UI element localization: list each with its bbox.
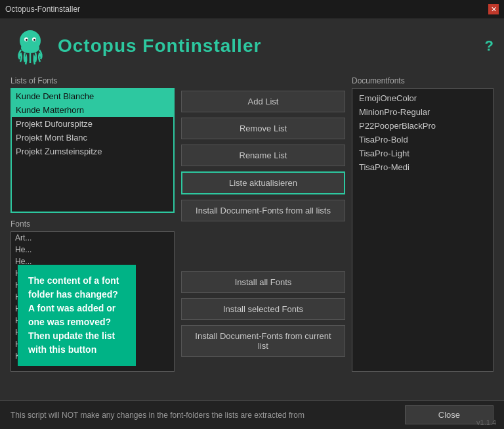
doc-fonts-box[interactable]: EmojiOneColorMinionPro-RegularP22PooperB…: [352, 88, 494, 372]
doc-font-item[interactable]: EmojiOneColor: [352, 91, 493, 105]
rename-list-button[interactable]: Rename List: [181, 145, 345, 166]
liste-aktualisieren-button[interactable]: Liste aktualisieren: [181, 171, 345, 194]
tooltip: The content of a font folder has changed…: [18, 265, 136, 366]
footer-text: This script will NOT make any changes in…: [10, 411, 304, 420]
help-button[interactable]: ?: [485, 37, 494, 55]
list-item[interactable]: Kunde Dent Blanche: [12, 89, 173, 103]
middle-column: Add List Remove List Rename List Liste a…: [181, 76, 345, 372]
list-item[interactable]: Projekt Mont Blanc: [12, 131, 173, 145]
app-title: Octopus Fontinstaller: [58, 35, 261, 56]
list-item[interactable]: Projekt Dufourspitze: [12, 117, 173, 131]
doc-font-item[interactable]: TisaPro-Bold: [352, 133, 493, 147]
lists-box[interactable]: Kunde Dent BlancheKunde MatterhornProjek…: [10, 88, 175, 213]
spacer: [181, 227, 345, 266]
columns-layout: Lists of Fonts Kunde Dent BlancheKunde M…: [10, 76, 494, 372]
right-column: Documentfonts EmojiOneColorMinionPro-Reg…: [352, 76, 494, 372]
titlebar-title: Octopus-Fontinstaller: [5, 5, 80, 14]
tooltip-text: The content of a font folder has changed…: [28, 275, 119, 355]
doc-font-item[interactable]: TisaPro-Light: [352, 147, 493, 160]
svg-point-5: [33, 39, 35, 41]
doc-font-item[interactable]: TisaPro-Medi: [352, 160, 493, 174]
header: Octopus Fontinstaller ?: [10, 26, 494, 66]
install-all-button[interactable]: Install all Fonts: [181, 271, 345, 293]
fonts-box[interactable]: The content of a font folder has changed…: [10, 231, 175, 372]
octopus-icon: [10, 26, 50, 66]
list-item[interactable]: Kunde Matterhorn: [12, 103, 173, 117]
left-column: Lists of Fonts Kunde Dent BlancheKunde M…: [10, 76, 175, 372]
remove-list-button[interactable]: Remove List: [181, 118, 345, 139]
doc-font-item[interactable]: MinionPro-Regular: [352, 105, 493, 119]
fonts-label: Fonts: [10, 219, 175, 229]
version-label: v1.1.4: [476, 418, 496, 426]
main-content: Octopus Fontinstaller ? Lists of Fonts K…: [0, 18, 504, 400]
titlebar: Octopus-Fontinstaller ✕: [0, 0, 504, 18]
svg-point-4: [26, 39, 28, 41]
svg-point-1: [21, 43, 39, 53]
footer: This script will NOT make any changes in…: [0, 400, 504, 429]
install-selected-button[interactable]: Install selected Fonts: [181, 298, 345, 320]
install-doc-current-button[interactable]: Install Document-Fonts from current list: [181, 325, 345, 357]
doc-fonts-label: Documentfonts: [352, 76, 494, 85]
add-list-button[interactable]: Add List: [181, 91, 345, 112]
titlebar-close-button[interactable]: ✕: [488, 4, 499, 14]
font-item[interactable]: He...: [11, 244, 174, 256]
doc-font-item[interactable]: P22PooperBlackPro: [352, 119, 493, 133]
font-item[interactable]: Art...: [11, 232, 174, 244]
lists-of-fonts-label: Lists of Fonts: [10, 76, 175, 85]
install-doc-all-button[interactable]: Install Document-Fonts from all lists: [181, 200, 345, 221]
list-item[interactable]: Projekt Zumsteinspitze: [12, 145, 173, 158]
